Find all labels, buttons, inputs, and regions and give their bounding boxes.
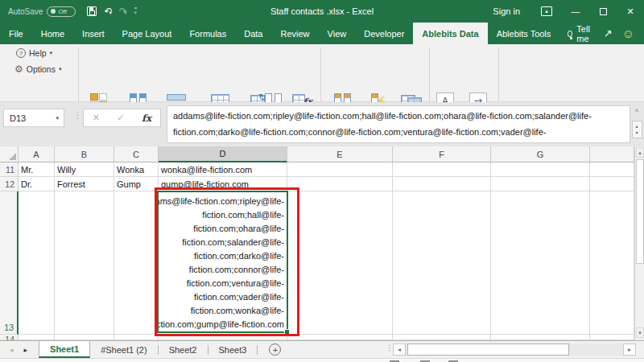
column-header-e[interactable]: E: [287, 146, 393, 162]
cell-b13[interactable]: [55, 191, 114, 335]
help-button[interactable]: ? Help ▾: [16, 48, 52, 58]
tab-insert[interactable]: Insert: [73, 23, 114, 44]
scroll-up-icon[interactable]: ▲: [636, 147, 644, 158]
cell-a12[interactable]: Dr.: [19, 177, 55, 191]
cell-b11[interactable]: Willy: [55, 162, 114, 177]
redo-button[interactable]: ↷▾: [119, 6, 127, 17]
save-icon[interactable]: [87, 6, 97, 16]
ribbon-display-options-icon[interactable]: ▴: [541, 6, 552, 16]
cell-d13-selected[interactable]: addams@life-fiction.com;ripley@life- fic…: [159, 191, 287, 335]
column-header-c[interactable]: C: [114, 146, 159, 162]
cell-g12[interactable]: [491, 177, 590, 191]
tab-data[interactable]: Data: [235, 23, 271, 44]
column-header-f[interactable]: F: [393, 146, 491, 162]
name-box-resizer[interactable]: ⋮: [73, 110, 82, 121]
row-header-11[interactable]: 11: [0, 162, 19, 177]
tab-developer[interactable]: Developer: [355, 23, 413, 44]
sign-in-button[interactable]: Sign in: [481, 6, 531, 16]
cell-h11[interactable]: [590, 162, 634, 177]
vertical-scroll-thumb[interactable]: [636, 159, 644, 264]
spin-up-icon: ▴: [635, 123, 638, 130]
column-header-d-selected[interactable]: D: [159, 146, 287, 162]
tab-page-layout[interactable]: Page Layout: [114, 23, 181, 44]
cell-d11[interactable]: wonka@life-fiction.com: [159, 162, 287, 177]
sheet-tab-sheet1-2[interactable]: #Sheet1 (2): [90, 341, 157, 358]
cell-c13[interactable]: [114, 191, 159, 335]
cell-g11[interactable]: [491, 162, 590, 177]
customize-qat-button[interactable]: ▾: [134, 7, 138, 16]
close-icon: ✕: [626, 6, 634, 17]
maximize-button[interactable]: [589, 0, 617, 23]
cell-h13[interactable]: [590, 191, 634, 335]
fill-handle[interactable]: [284, 329, 290, 335]
formula-input[interactable]: addams@life-fiction.com;ripley@life-fict…: [167, 105, 630, 143]
cell-d12[interactable]: gump@life-fiction.com: [159, 177, 287, 191]
title-bar: AutoSave Off ↶▾ ↷▾ ▾ Staff contacts .xls…: [0, 0, 644, 23]
column-header-partial[interactable]: [590, 146, 634, 162]
sheet-nav-left-icon[interactable]: ◂: [10, 346, 14, 354]
row-header-14[interactable]: 14: [0, 335, 19, 340]
column-header-b[interactable]: B: [55, 146, 114, 162]
ribbon-tab-strip: File Home Insert Page Layout Formulas Da…: [0, 23, 644, 44]
undo-button[interactable]: ↶▾: [104, 6, 112, 17]
select-all-corner[interactable]: [0, 146, 19, 162]
tab-file[interactable]: File: [0, 23, 32, 44]
horizontal-scroll-thumb[interactable]: [407, 343, 569, 356]
tell-me-box[interactable]: Tell me: [559, 23, 603, 44]
tab-review[interactable]: Review: [271, 23, 318, 44]
feedback-smiley-icon[interactable]: ☺: [622, 27, 634, 40]
tab-home[interactable]: Home: [32, 23, 73, 44]
column-header-a[interactable]: A: [19, 146, 55, 162]
tab-formulas[interactable]: Formulas: [180, 23, 235, 44]
enter-entry-icon[interactable]: ✓: [117, 113, 124, 123]
sheet-tab-sheet1[interactable]: Sheet1: [39, 341, 90, 358]
vertical-scrollbar[interactable]: ▲ ▼: [634, 146, 644, 340]
cell-g13[interactable]: [491, 191, 590, 335]
tab-ablebits-data[interactable]: Ablebits Data: [413, 23, 487, 44]
row-header-13-selected[interactable]: 13: [0, 191, 19, 335]
cell-c12[interactable]: Gump: [114, 177, 159, 191]
cell-b12[interactable]: Forrest: [55, 177, 114, 191]
row-14-partial: 14: [0, 335, 634, 340]
tab-ablebits-tools[interactable]: Ablebits Tools: [488, 23, 560, 44]
sheet-nav-right-icon[interactable]: ▸: [24, 346, 28, 354]
formula-bar-spinner[interactable]: ▴ ▾: [632, 121, 642, 138]
formula-scroll-up-icon[interactable]: ˄: [635, 107, 639, 114]
scroll-right-icon[interactable]: ▸: [623, 343, 636, 356]
scroll-down-icon[interactable]: ▼: [636, 327, 644, 338]
scroll-left-icon[interactable]: ◂: [393, 343, 406, 356]
sheet-tab-sheet3[interactable]: Sheet3: [208, 341, 258, 358]
options-button[interactable]: ⚙ Options ▾: [14, 64, 61, 75]
share-icon[interactable]: ↗: [604, 27, 613, 39]
lightbulb-icon: [568, 31, 572, 37]
cell-a13[interactable]: [19, 191, 55, 335]
name-box[interactable]: D13 ▾: [3, 109, 64, 127]
cell-f13[interactable]: [393, 191, 491, 335]
chevron-down-icon: ▾: [124, 10, 127, 15]
cell-e11[interactable]: [287, 162, 393, 177]
autosave-toggle[interactable]: AutoSave Off: [8, 6, 76, 17]
chevron-down-icon[interactable]: ▾: [56, 115, 59, 121]
insert-function-icon[interactable]: fx: [142, 113, 151, 124]
cell-f12[interactable]: [393, 177, 491, 191]
column-header-g[interactable]: G: [491, 146, 590, 162]
cell-h12[interactable]: [590, 177, 634, 191]
row-12: 12 Dr. Forrest Gump gump@life-fiction.co…: [0, 177, 634, 191]
row-header-12[interactable]: 12: [0, 177, 19, 191]
cancel-entry-icon[interactable]: ✕: [93, 113, 100, 123]
cell-c11[interactable]: Wonka: [114, 162, 159, 177]
cell-e12[interactable]: [287, 177, 393, 191]
close-button[interactable]: ✕: [617, 0, 644, 23]
ribbon: ? Help ▾ ⚙ Options ▾ Ultimate Suite Merg…: [0, 44, 644, 102]
cell-f11[interactable]: [393, 162, 491, 177]
new-sheet-button[interactable]: +: [269, 343, 281, 356]
sheet-tab-sheet2[interactable]: Sheet2: [159, 341, 208, 358]
chevron-down-icon[interactable]: ▾: [109, 10, 112, 15]
gear-icon: ⚙: [14, 64, 23, 75]
status-bar-partial: [0, 358, 644, 362]
minimize-button[interactable]: —: [562, 0, 589, 23]
cell-a11[interactable]: Mr.: [19, 162, 55, 177]
autosave-pill[interactable]: Off: [47, 6, 76, 17]
cell-e13[interactable]: [287, 191, 393, 335]
tab-view[interactable]: View: [319, 23, 356, 44]
